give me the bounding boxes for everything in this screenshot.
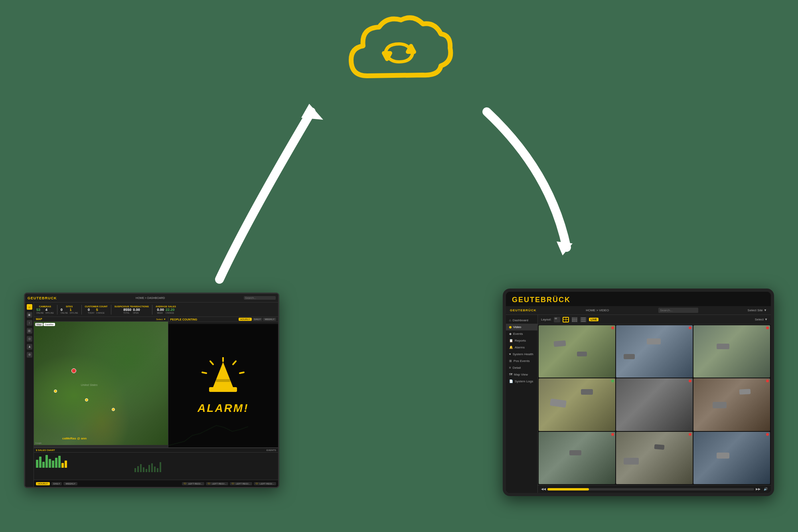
footer-reg-4[interactable]: 🛡 LEFT REGI... (254, 482, 276, 485)
sidebar-item-map-view[interactable]: 🗺 Map View (506, 371, 537, 378)
bar-8 (58, 456, 61, 468)
map-content[interactable]: Map Satellite United States (34, 322, 168, 445)
sites-offline-label: OFFLINE (69, 312, 78, 314)
map-select[interactable]: Select ▼ (156, 318, 166, 320)
tab-hourly[interactable]: HOURLY (239, 318, 252, 321)
events-chart (69, 454, 276, 479)
sidebar-camera-icon[interactable]: ▣ (27, 312, 32, 318)
camera-cell-5[interactable] (616, 378, 693, 431)
svg-rect-18 (151, 463, 153, 472)
footer-tab-hourly[interactable]: HOURLY (36, 482, 50, 485)
bar-4 (45, 455, 48, 468)
live-badge[interactable]: LIVE (589, 318, 598, 321)
tab-weekly[interactable]: WEEKLY (263, 318, 276, 321)
right-app-header: GEUTEBRÜCK HOME > VIDEO Select Site ▼ (506, 306, 771, 315)
sales-chart-title: $ SALES CHART (36, 449, 55, 451)
right-sidebar: ⌂ Dashboard Video ◆ Events 📋 Reports 🔔 (506, 315, 538, 493)
map-marker-yellow-3[interactable] (112, 408, 115, 411)
stat-cameras: CAMERAS 53 ONLINE 4 OFFLINE (36, 305, 54, 314)
timeline-progress-bar[interactable] (547, 488, 754, 490)
map-tab-map[interactable]: Map (35, 323, 43, 326)
svg-rect-10 (216, 379, 230, 382)
sidebar-chart-icon[interactable]: ▤ (27, 328, 32, 334)
sidebar-item-events[interactable]: ◆ Events (506, 330, 537, 337)
sidebar-item-video[interactable]: Video (506, 324, 537, 330)
camera-cell-9[interactable] (693, 432, 770, 484)
left-desktop-screen: GEUTEBRUCK HOME > DASHBOARD ⌂ ▣ ! ▤ ◎ ♟ … (24, 293, 279, 488)
svg-rect-12 (134, 468, 136, 472)
camera-cell-4[interactable] (539, 378, 615, 431)
customer-today: 0 (88, 308, 95, 312)
map-google-label: Google (35, 442, 41, 444)
footer-reg-3[interactable]: 🛡 LEFT REGI... (230, 482, 252, 485)
svg-marker-9 (213, 362, 233, 387)
sidebar-map-icon[interactable]: ◎ (27, 336, 32, 342)
camera-5-rec-indicator (689, 380, 691, 382)
stat-customer-count: CUSTOMER COUNT 0 TODAY 5 CHANGE (85, 305, 108, 314)
camera-cell-3[interactable] (693, 325, 770, 378)
alarms-label: Alarms (515, 346, 525, 349)
sidebar-item-system-logs[interactable]: 📄 System Logs (506, 378, 537, 385)
layout-1x1-btn[interactable] (554, 317, 560, 322)
tab-daily[interactable]: DAILY (253, 318, 263, 321)
cameras-online-count: 53 (36, 308, 44, 312)
svg-rect-15 (143, 467, 144, 472)
camera-cell-1[interactable] (539, 325, 615, 378)
select-label[interactable]: Select ▼ (755, 318, 768, 321)
footer-reg-1[interactable]: 🛡 LEFT REGI... (182, 482, 204, 485)
layout-list-btn[interactable] (580, 317, 587, 322)
layout-3x3-btn[interactable] (571, 317, 578, 322)
footer-hourly-label: HOURLY (38, 483, 48, 485)
map-tab-satellite[interactable]: Satellite (43, 323, 55, 326)
svg-line-8 (240, 372, 244, 373)
system-logs-label: System Logs (515, 380, 533, 383)
right-search-input[interactable] (658, 308, 698, 313)
sidebar-item-detail[interactable]: ≡ Detail (506, 364, 537, 371)
footer-tab-daily[interactable]: DAILY (51, 482, 62, 485)
layout-2x2-btn[interactable] (563, 317, 569, 322)
map-marker-yellow-1[interactable] (54, 390, 57, 393)
right-header-controls: Select Site ▼ (748, 309, 767, 312)
footer-reg-label-3: LEFT REGI... (236, 483, 250, 485)
right-tablet-screen: GEUTEBRÜCK GEUTEBRÜCK HOME > VIDEO Selec… (503, 289, 774, 496)
volume-icon[interactable]: 🔊 (764, 487, 768, 491)
sidebar-settings-icon[interactable]: ⚙ (27, 352, 32, 358)
sidebar-item-system-health[interactable]: ♥ System Health (506, 351, 537, 358)
people-counting-title: PEOPLE COUNTING (170, 318, 198, 321)
camera-cell-6[interactable] (693, 378, 770, 431)
stat-suspicious: SUSPICIOUS TRANSACTIONS 8550 TOTAL 0.00 … (115, 305, 149, 314)
footer-reg-2[interactable]: 🛡 LEFT REGI... (206, 482, 228, 485)
reports-icon: 📋 (509, 339, 513, 342)
sidebar-item-pos-events[interactable]: ⊞ Pos Events (506, 358, 537, 364)
footer-reg-label-1: LEFT REGI... (188, 483, 202, 485)
people-counting-panel: PEOPLE COUNTING HOURLY DAILY WEEKLY (168, 317, 278, 447)
avg-sales-week-label: WEEK (157, 312, 164, 314)
people-counting-tabs: HOURLY DAILY WEEKLY (239, 318, 276, 321)
map-marker-red-1[interactable] (71, 368, 76, 373)
sidebar-home-icon[interactable]: ⌂ (27, 304, 32, 310)
cameras-ann-label: caMeRas @ ann (62, 437, 110, 440)
camera-7-rec-indicator (611, 433, 614, 436)
camera-cell-8[interactable] (616, 432, 693, 484)
sidebar-item-dashboard[interactable]: ⌂ Dashboard (506, 317, 537, 324)
svg-marker-2 (301, 104, 323, 120)
bottom-content (34, 453, 278, 480)
left-sidebar: ⌂ ▣ ! ▤ ◎ ♟ ⚙ (25, 303, 34, 487)
sales-chart-bars (36, 454, 67, 468)
pos-events-icon: ⊞ (509, 359, 512, 363)
camera-cell-2[interactable] (616, 325, 693, 378)
sidebar-user-icon[interactable]: ♟ (27, 344, 32, 350)
left-search-input[interactable] (244, 296, 276, 300)
camera-cell-7[interactable] (539, 432, 615, 484)
footer-right-tabs: 🛡 LEFT REGI... 🛡 LEFT REGI... 🛡 LEFT REG… (182, 482, 276, 485)
footer-reg-label-2: LEFT REGI... (212, 483, 226, 485)
sidebar-alert-icon[interactable]: ! (27, 320, 32, 326)
map-marker-yellow-2[interactable] (85, 398, 88, 401)
video-timeline[interactable]: ◀◀ ▶▶ 🔊 (538, 485, 771, 493)
events-icon: ◆ (509, 332, 512, 336)
footer-tab-weekly[interactable]: WEEKLY (63, 482, 77, 485)
bar-5 (49, 459, 51, 468)
bar-1 (36, 460, 38, 468)
sidebar-item-reports[interactable]: 📋 Reports (506, 337, 537, 344)
sidebar-item-alarms[interactable]: 🔔 Alarms (506, 344, 537, 351)
